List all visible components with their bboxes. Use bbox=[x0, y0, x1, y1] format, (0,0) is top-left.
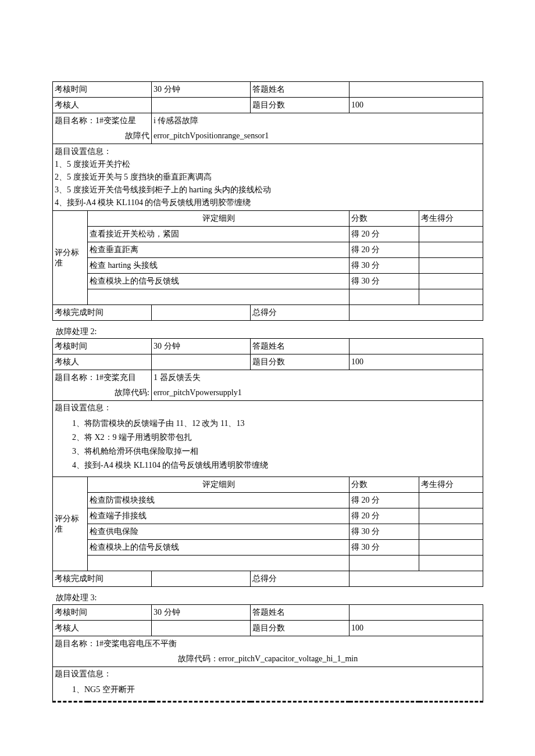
label-exam-time: 考核时间 bbox=[53, 82, 152, 98]
student-score-cell[interactable] bbox=[419, 227, 483, 242]
setup-label: 题目设置信息： bbox=[53, 144, 483, 159]
value-examiner[interactable] bbox=[152, 354, 251, 370]
table-row: 检查端子排接线得 20 分 bbox=[53, 508, 483, 524]
table-row: 检查供电保险得 30 分 bbox=[53, 524, 483, 540]
student-score-cell[interactable] bbox=[419, 274, 483, 289]
label-student-score: 考生得分 bbox=[419, 477, 483, 493]
student-score-cell[interactable] bbox=[419, 258, 483, 274]
table-row: 考核时间 30 分钟 答题姓名 bbox=[53, 339, 483, 354]
table-row: 故障代 error_pitchVpositionrange_sensor1 bbox=[53, 128, 483, 144]
label-answer-name: 答题姓名 bbox=[251, 82, 349, 98]
table-row: 题目设置信息： 1、将防雷模块的反馈端子由 11、12 改为 11、13 2、将… bbox=[53, 401, 483, 477]
label-total: 总得分 bbox=[251, 571, 349, 587]
setup-item: 2、将 X2：9 端子用透明胶带包扎 bbox=[55, 431, 481, 445]
student-score-cell[interactable] bbox=[419, 540, 483, 556]
table-row: 题目名称：1#变桨位星 i 传感器故障 bbox=[53, 113, 483, 129]
value-duration: 30 分钟 bbox=[152, 339, 251, 354]
value-answer-name[interactable] bbox=[349, 339, 483, 354]
table-row: 4、接到-A4 模块 KL1104 的信号反馈线用透明胶带缠绕 bbox=[53, 196, 483, 211]
criteria-cell: 检查供电保险 bbox=[88, 524, 349, 540]
value-fault-code: error_pitchVpositionrange_sensor1 bbox=[152, 128, 483, 144]
criteria-cell: 检查垂直距离 bbox=[88, 242, 349, 258]
table-row: 检查 harting 头接线得 30 分 bbox=[53, 258, 483, 274]
student-score-cell[interactable] bbox=[419, 493, 483, 508]
value-answer-name[interactable] bbox=[349, 82, 483, 98]
score-cell: 得 20 分 bbox=[349, 493, 419, 508]
table-row: 故障代码：error_pitchV_capacitor_voltage_hi_1… bbox=[53, 651, 483, 667]
criteria-cell: 检查 harting 头接线 bbox=[88, 258, 349, 274]
table-row: 2、5 度接近开关与 5 度挡块的垂直距离调高 bbox=[53, 171, 483, 184]
setup-item: 2、5 度接近开关与 5 度挡块的垂直距离调高 bbox=[53, 171, 483, 184]
setup-item: 1、5 度接近开关拧松 bbox=[53, 158, 483, 171]
value-total[interactable] bbox=[349, 571, 483, 587]
student-score-cell[interactable] bbox=[419, 524, 483, 540]
topic-name-cell: 题目名称：1#变桨位星 bbox=[53, 113, 152, 129]
fault-code-line: 故障代码：error_pitchV_capacitor_voltage_hi_1… bbox=[53, 651, 483, 667]
table-row: 3、5 度接近开关信号线接到柜子上的 harting 头内的接线松动 bbox=[53, 184, 483, 196]
table-row: 考核人 题目分数 100 bbox=[53, 621, 483, 636]
student-score-cell[interactable] bbox=[419, 289, 483, 305]
criteria-cell: 检查模块上的信号反馈线 bbox=[88, 274, 349, 289]
value-examiner[interactable] bbox=[152, 621, 251, 636]
criteria-cell: 检查模块上的信号反馈线 bbox=[88, 540, 349, 556]
label-examiner: 考核人 bbox=[53, 98, 152, 113]
label-total-score: 题目分数 bbox=[251, 98, 349, 113]
setup-item: 4、接到-A4 模块 KL1104 的信号反馈线用透明胶带缠绕 bbox=[53, 196, 483, 211]
label-student-score: 考生得分 bbox=[419, 211, 483, 227]
label-fault-code: 故障代码： bbox=[178, 654, 219, 663]
label-examiner: 考核人 bbox=[53, 354, 152, 370]
label-topic: 题目名称： bbox=[55, 639, 95, 648]
score-cell: 得 30 分 bbox=[349, 274, 419, 289]
score-cell: 得 20 分 bbox=[349, 508, 419, 524]
table-row: 题目设置信息： bbox=[53, 144, 483, 159]
label-total-score: 题目分数 bbox=[251, 354, 349, 370]
value-answer-name[interactable] bbox=[349, 605, 483, 621]
label-answer-name: 答题姓名 bbox=[251, 605, 349, 621]
score-cell: 得 20 分 bbox=[349, 242, 419, 258]
label-rating-std: 评分标准 bbox=[53, 477, 88, 571]
label-fault-code: 故障代码: bbox=[53, 385, 152, 401]
table-row: 考核完成时间 总得分 bbox=[53, 571, 483, 587]
score-cell bbox=[349, 289, 419, 305]
label-topic: 题目名称： bbox=[55, 373, 95, 382]
table-row: 考核人 题目分数 100 bbox=[53, 98, 483, 113]
value-complete-time[interactable] bbox=[152, 571, 251, 587]
student-score-cell[interactable] bbox=[419, 242, 483, 258]
label-exam-time: 考核时间 bbox=[53, 605, 152, 621]
value-complete-time[interactable] bbox=[152, 305, 251, 321]
setup-label: 题目设置信息： bbox=[55, 669, 481, 679]
table-row: 查看接近开关松动，紧固得 20 分 bbox=[53, 227, 483, 242]
setup-item: 3、5 度接近开关信号线接到柜子上的 harting 头内的接线松动 bbox=[53, 184, 483, 196]
label-complete-time: 考核完成时间 bbox=[53, 571, 152, 587]
student-score-cell[interactable] bbox=[419, 556, 483, 571]
label-exam-time: 考核时间 bbox=[53, 339, 152, 354]
criteria-cell: 检查防雷模块接线 bbox=[88, 493, 349, 508]
table-row: 检查防雷模块接线得 20 分 bbox=[53, 493, 483, 508]
table-row: 题目名称：1#变桨电容电压不平衡 bbox=[53, 636, 483, 652]
table-row: 评分标准 评定细则 分数 考生得分 bbox=[53, 211, 483, 227]
value-fault-code: error_pitchVpowersupply1 bbox=[152, 385, 483, 401]
student-score-cell[interactable] bbox=[419, 508, 483, 524]
label-fault-code: 故障代 bbox=[53, 128, 152, 144]
label-examiner: 考核人 bbox=[53, 621, 152, 636]
setup-item: 1、将防雷模块的反馈端子由 11、12 改为 11、13 bbox=[55, 417, 481, 431]
table-row bbox=[53, 556, 483, 571]
setup-item: 4、接到-A4 模块 KL1104 的信号反馈线用透明胶带缠绕 bbox=[55, 458, 481, 472]
setup-block: 题目设置信息： 1、NG5 空开断开 bbox=[53, 667, 483, 702]
table-row: 考核时间 30 分钟 答题姓名 bbox=[53, 605, 483, 621]
table-row: 检查模块上的信号反馈线得 30 分 bbox=[53, 540, 483, 556]
value-full-score: 100 bbox=[349, 621, 483, 636]
task1-table: 考核时间 30 分钟 答题姓名 考核人 题目分数 100 题目名称：1#变桨位星… bbox=[52, 81, 483, 321]
table-row: 故障代码: error_pitchVpowersupply1 bbox=[53, 385, 483, 401]
topic-suffix: 1 器反馈丢失 bbox=[152, 370, 483, 386]
value-examiner[interactable] bbox=[152, 98, 251, 113]
topic-title: 1#变桨电容电压不平衡 bbox=[95, 639, 177, 648]
value-fault-code: error_pitchV_capacitor_voltage_hi_1_min bbox=[219, 654, 358, 663]
table-row: 考核时间 30 分钟 答题姓名 bbox=[53, 82, 483, 98]
topic-suffix: i 传感器故障 bbox=[152, 113, 483, 129]
value-total[interactable] bbox=[349, 305, 483, 321]
setup-label: 题目设置信息： bbox=[55, 403, 481, 413]
criteria-cell bbox=[88, 289, 349, 305]
label-score: 分数 bbox=[349, 477, 419, 493]
topic-name-cell: 题目名称：1#变桨充目 bbox=[53, 370, 152, 386]
